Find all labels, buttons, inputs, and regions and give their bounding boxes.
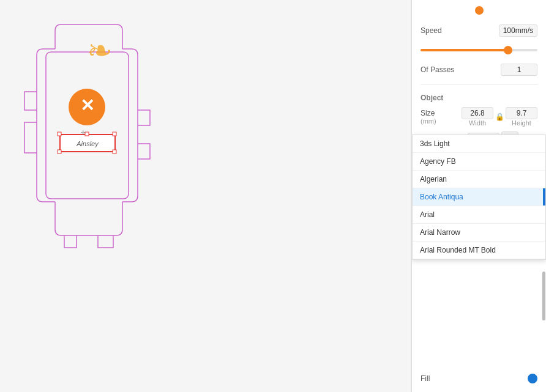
size-unit: (mm) <box>421 117 454 125</box>
dropdown-item-3ds-light[interactable]: 3ds Light <box>413 135 545 153</box>
fill-color-indicator[interactable] <box>528 374 537 383</box>
width-input[interactable]: 26.8 <box>462 107 493 119</box>
speed-value[interactable]: 100mm/s <box>499 24 537 37</box>
speed-row: Speed 100mm/s <box>421 24 537 37</box>
dropdown-item-arial-rounded-bold[interactable]: Arial Rounded MT Bold <box>413 242 545 259</box>
orange-indicator <box>475 6 484 15</box>
passes-label: Of Passes <box>421 65 454 74</box>
right-panel: Speed 100mm/s Of Passes 1 Object Size (m… <box>411 0 546 392</box>
svg-text:✕: ✕ <box>80 96 94 115</box>
scrollbar-thumb[interactable] <box>542 272 545 320</box>
canvas-area: ❧ ✕ Ainsley ✛ <box>0 0 411 392</box>
svg-rect-9 <box>113 150 116 153</box>
slider-thumb[interactable] <box>504 46 512 54</box>
speed-slider[interactable] <box>421 45 537 55</box>
speed-label: Speed <box>421 26 442 35</box>
divider-1 <box>421 84 537 85</box>
lock-icon[interactable]: 🔒 <box>495 113 504 121</box>
fill-label: Fill <box>421 374 430 383</box>
svg-text:Ainsley: Ainsley <box>76 140 99 147</box>
dropdown-item-arial-narrow[interactable]: Arial Narrow <box>413 224 545 242</box>
device-mockup: ❧ ✕ Ainsley ✛ <box>18 12 214 281</box>
dropdown-item-algerian[interactable]: Algerian <box>413 171 545 188</box>
svg-rect-7 <box>113 132 116 136</box>
height-label: Height <box>506 119 537 127</box>
svg-rect-0 <box>46 52 129 199</box>
dropdown-item-arial[interactable]: Arial <box>413 206 545 224</box>
slider-track <box>421 49 537 51</box>
dropdown-item-agency-fb[interactable]: Agency FB <box>413 153 545 171</box>
svg-text:❧: ❧ <box>87 34 113 68</box>
size-label: Size <box>421 109 454 117</box>
fill-row: Fill <box>421 374 537 383</box>
size-row: Size (mm) 26.8 Width 🔒 9.7 Height <box>421 107 537 127</box>
object-title: Object <box>421 94 537 102</box>
width-label: Width <box>462 119 493 127</box>
selected-accent-bar <box>543 188 545 205</box>
svg-rect-8 <box>58 150 61 153</box>
passes-row: Of Passes 1 <box>421 64 537 76</box>
svg-text:✛: ✛ <box>81 130 86 136</box>
passes-value[interactable]: 1 <box>501 64 537 76</box>
svg-rect-5 <box>58 132 61 136</box>
typeface-dropdown-menu: 3ds Light Agency FB Algerian Book Antiqu… <box>412 135 546 260</box>
height-input[interactable]: 9.7 <box>506 107 537 119</box>
slider-fill <box>421 49 508 51</box>
dropdown-item-book-antiqua[interactable]: Book Antiqua <box>413 188 545 206</box>
